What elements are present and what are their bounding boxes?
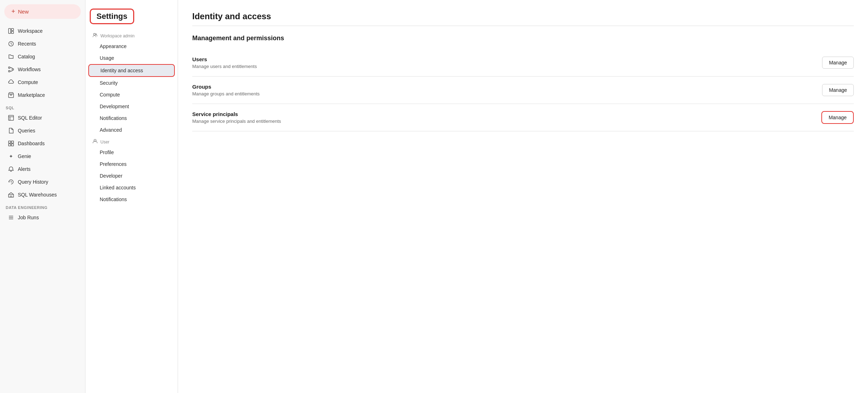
users-name: Users xyxy=(192,56,257,62)
svg-rect-8 xyxy=(9,115,14,120)
data-eng-section-label: Data Engineering xyxy=(0,201,85,211)
groups-desc: Manage groups and entitlements xyxy=(192,91,260,96)
job-runs-icon xyxy=(8,214,14,221)
new-button-label: New xyxy=(18,9,29,15)
sql-section-label: SQL xyxy=(0,101,85,111)
catalog-icon xyxy=(8,53,14,60)
section-subtitle: Management and permissions xyxy=(192,35,854,42)
sidebar-item-query-history[interactable]: Query History xyxy=(2,176,83,188)
groups-info: Groups Manage groups and entitlements xyxy=(192,84,260,96)
sidebar-item-workflows[interactable]: Workflows xyxy=(2,63,83,75)
sidebar: + New Workspace Recents Catalog xyxy=(0,0,85,393)
plus-icon: + xyxy=(11,8,15,15)
sidebar-item-queries[interactable]: Queries xyxy=(2,125,83,137)
sql-editor-icon xyxy=(8,115,14,121)
user-section: User xyxy=(85,136,178,146)
groups-manage-button[interactable]: Manage xyxy=(822,84,854,96)
svg-rect-12 xyxy=(11,141,14,143)
svg-rect-1 xyxy=(11,28,14,31)
workspace-icon xyxy=(8,28,14,34)
sidebar-item-recents[interactable]: Recents xyxy=(2,38,83,50)
new-button[interactable]: + New xyxy=(4,4,81,19)
service-principals-desc: Manage service principals and entitlemen… xyxy=(192,119,281,124)
users-info: Users Manage users and entitlements xyxy=(192,56,257,69)
svg-rect-5 xyxy=(12,69,14,70)
clock-icon xyxy=(8,41,14,47)
dashboards-icon xyxy=(8,140,14,147)
sidebar-item-marketplace[interactable]: Marketplace xyxy=(2,89,83,101)
settings-nav-appearance[interactable]: Appearance xyxy=(88,41,175,52)
svg-rect-2 xyxy=(11,31,14,33)
groups-name: Groups xyxy=(192,84,260,90)
svg-point-21 xyxy=(94,33,95,35)
settings-nav-developer[interactable]: Developer xyxy=(88,170,175,182)
settings-nav-user-notifications[interactable]: Notifications xyxy=(88,194,175,205)
settings-nav-preferences[interactable]: Preferences xyxy=(88,158,175,170)
settings-panel: Settings Workspace admin Appearance Usag… xyxy=(85,0,178,393)
svg-rect-7 xyxy=(9,94,14,98)
settings-nav-notifications[interactable]: Notifications xyxy=(88,112,175,124)
users-manage-button[interactable]: Manage xyxy=(822,57,854,69)
svg-rect-6 xyxy=(9,70,10,72)
workspace-admin-section: Workspace admin xyxy=(85,30,178,40)
svg-rect-11 xyxy=(9,141,11,143)
service-principals-info: Service principals Manage service princi… xyxy=(192,111,281,124)
groups-permission-row: Groups Manage groups and entitlements Ma… xyxy=(192,77,854,104)
workflow-icon xyxy=(8,66,14,73)
page-title: Identity and access xyxy=(192,11,854,21)
title-divider xyxy=(192,26,854,26)
settings-nav-identity-access[interactable]: Identity and access xyxy=(88,64,175,77)
svg-rect-15 xyxy=(9,194,14,197)
sidebar-item-workspace[interactable]: Workspace xyxy=(2,25,83,37)
query-history-icon xyxy=(8,179,14,185)
service-principals-manage-button[interactable]: Manage xyxy=(821,111,854,124)
alerts-icon xyxy=(8,166,14,172)
settings-nav-linked-accounts[interactable]: Linked accounts xyxy=(88,182,175,193)
sidebar-item-catalog[interactable]: Catalog xyxy=(2,51,83,63)
cloud-icon xyxy=(8,79,14,85)
workspace-admin-icon xyxy=(93,33,98,39)
svg-rect-0 xyxy=(9,28,11,33)
main-content: Identity and access Management and permi… xyxy=(178,0,868,393)
sidebar-item-compute[interactable]: Compute xyxy=(2,76,83,88)
svg-rect-14 xyxy=(11,144,14,146)
svg-rect-4 xyxy=(9,67,10,68)
warehouse-icon xyxy=(8,192,14,198)
service-principals-permission-row: Service principals Manage service princi… xyxy=(192,104,854,131)
genie-icon: ✦ xyxy=(8,153,14,159)
settings-nav-profile[interactable]: Profile xyxy=(88,147,175,158)
sidebar-item-sql-editor[interactable]: SQL Editor xyxy=(2,112,83,124)
settings-title: Settings xyxy=(96,12,127,21)
sidebar-item-alerts[interactable]: Alerts xyxy=(2,163,83,175)
sidebar-item-genie[interactable]: ✦ Genie xyxy=(2,150,83,162)
queries-icon xyxy=(8,127,14,134)
store-icon xyxy=(8,92,14,98)
users-desc: Manage users and entitlements xyxy=(192,64,257,69)
users-permission-row: Users Manage users and entitlements Mana… xyxy=(192,49,854,77)
settings-nav-compute[interactable]: Compute xyxy=(88,89,175,100)
sidebar-item-dashboards[interactable]: Dashboards xyxy=(2,137,83,150)
sidebar-item-job-runs[interactable]: Job Runs xyxy=(2,211,83,224)
settings-nav-usage[interactable]: Usage xyxy=(88,52,175,64)
settings-nav-security[interactable]: Security xyxy=(88,77,175,89)
service-principals-name: Service principals xyxy=(192,111,281,117)
user-icon xyxy=(93,139,98,145)
svg-rect-13 xyxy=(9,144,11,146)
settings-nav-development[interactable]: Development xyxy=(88,101,175,112)
settings-nav-advanced[interactable]: Advanced xyxy=(88,124,175,136)
sidebar-item-sql-warehouses[interactable]: SQL Warehouses xyxy=(2,189,83,201)
